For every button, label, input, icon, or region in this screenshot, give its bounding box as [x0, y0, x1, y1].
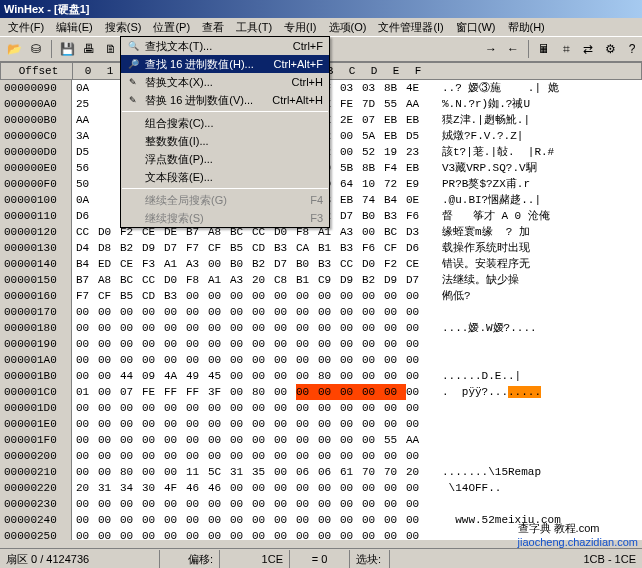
hex-row[interactable]: 000002100000800000115C313500060661707020… [0, 464, 642, 480]
menu-item[interactable]: 选项(O) [323, 19, 373, 36]
hex-bytes[interactable]: 203134304F4646000000000000000000 [72, 480, 432, 496]
hex-row[interactable]: 00000140B4EDCEF3A1A300B0B2D7B0B3CCD0F2CE… [0, 256, 642, 272]
ascii-cell[interactable]: %.N.?r)銣.?祴U [432, 96, 642, 112]
hex-bytes[interactable]: 00000000000000000000000000000000 [72, 496, 432, 512]
hex-row[interactable]: 0000023000000000000000000000000000000000 [0, 496, 642, 512]
ascii-cell[interactable]: .@u.BI?悃赭趍..| [432, 192, 642, 208]
hex-col-C[interactable]: C [341, 63, 363, 79]
print-icon[interactable]: 🖶 [79, 39, 99, 59]
calc-icon[interactable]: 🖩 [534, 39, 554, 59]
ascii-cell[interactable]: .......\15Remap [432, 464, 642, 480]
hex-bytes[interactable]: F7CFB5CDB30000000000000000000000 [72, 288, 432, 304]
ascii-cell[interactable]: ..? 嫒③葹 .| 姽 [432, 80, 642, 96]
menu-item[interactable]: ✎替换 16 进制数值(V)...Ctrl+Alt+H [121, 91, 329, 109]
hex-col-0[interactable]: 0 [77, 63, 99, 79]
ascii-cell[interactable]: ....嫒.W嫒?.... [432, 320, 642, 336]
menu-item[interactable]: 位置(P) [147, 19, 196, 36]
options-icon[interactable]: ⚙ [600, 39, 620, 59]
hex-row[interactable]: 00000220203134304F4646000000000000000000… [0, 480, 642, 496]
menu-item[interactable]: 浮点数值(P)... [121, 150, 329, 168]
ascii-cell[interactable]: 法继续。缺少操 [432, 272, 642, 288]
hex-bytes[interactable]: 000000000000000000000000000055AA [72, 432, 432, 448]
back-icon[interactable]: ← [503, 39, 523, 59]
ascii-cell[interactable]: 督 筝才 A 0 沧俺 [432, 208, 642, 224]
menu-item[interactable]: 工具(T) [230, 19, 278, 36]
hex-bytes[interactable]: 010007FEFFFF3F008000000000000000 [72, 384, 432, 400]
hex-bytes[interactable]: 0000800000115C313500060661707020 [72, 464, 432, 480]
hex-col-1[interactable]: 1 [99, 63, 121, 79]
ascii-cell[interactable]: V3藏VRP.SQ?.V駉 [432, 160, 642, 176]
hex-bytes[interactable]: 00000000000000000000000000000000 [72, 304, 432, 320]
hex-col-E[interactable]: E [385, 63, 407, 79]
hex-bytes[interactable]: 00000000000000000000000000000000 [72, 400, 432, 416]
hex-bytes[interactable]: 000044094A4945000000008000000000 [72, 368, 432, 384]
save-icon[interactable]: 💾 [57, 39, 77, 59]
menu-item[interactable]: 窗口(W) [450, 19, 502, 36]
ascii-cell[interactable] [432, 352, 642, 368]
ascii-cell[interactable]: 缘蛭寰m缘 ? 加 [432, 224, 642, 240]
hex-row[interactable]: 000001E000000000000000000000000000000000 [0, 416, 642, 432]
hex-bytes[interactable]: B7A8BCCCD0F8A1A320C8B1C9D9B2D9D7 [72, 272, 432, 288]
hex-row[interactable]: 000001F0000000000000000000000000000055AA [0, 432, 642, 448]
ascii-cell[interactable]: 該t?|荖.|敧. |R.# [432, 144, 642, 160]
menu-item[interactable]: 编辑(E) [50, 19, 99, 36]
hex-col-D[interactable]: D [363, 63, 385, 79]
ascii-cell[interactable] [432, 336, 642, 352]
ascii-cell[interactable] [432, 416, 642, 432]
hex-row[interactable]: 0000020000000000000000000000000000000000 [0, 448, 642, 464]
menu-item[interactable]: 帮助(H) [502, 19, 551, 36]
ascii-cell[interactable]: 鸺低? [432, 288, 642, 304]
hex-row[interactable]: 000001D000000000000000000000000000000000 [0, 400, 642, 416]
menu-item[interactable]: ✎替换文本(X)...Ctrl+H [121, 73, 329, 91]
menu-item[interactable]: 文本段落(E)... [121, 168, 329, 186]
ascii-cell[interactable]: 载操作系统时出现 [432, 240, 642, 256]
hex-bytes[interactable]: 00000000000000000000000000000000 [72, 448, 432, 464]
hex-bytes[interactable]: 00000000000000000000000000000000 [72, 416, 432, 432]
menu-bar[interactable]: 文件(F)编辑(E)搜索(S)位置(P)查看工具(T)专用(I)选项(O)文件管… [0, 18, 642, 36]
hex-row[interactable]: 000001B0000044094A4945000000008000000000… [0, 368, 642, 384]
menu-item[interactable]: 文件管理器(I) [372, 19, 449, 36]
hex-row[interactable]: 000001A000000000000000000000000000000000 [0, 352, 642, 368]
open-disk-icon[interactable]: ⛁ [26, 39, 46, 59]
hex-row[interactable]: 000001C0010007FEFFFF3F008000000000000000… [0, 384, 642, 400]
menu-item[interactable]: 组合搜索(C)... [121, 114, 329, 132]
hexdec-icon[interactable]: ⇄ [578, 39, 598, 59]
template-icon[interactable]: ⌗ [556, 39, 576, 59]
open-file-icon[interactable]: 📂 [4, 39, 24, 59]
menu-item[interactable]: 专用(I) [278, 19, 322, 36]
menu-item[interactable]: 🔎查找 16 进制数值(H)...Ctrl+Alt+F [121, 55, 329, 73]
hex-bytes[interactable]: 00000000000000000000000000000000 [72, 320, 432, 336]
hex-row[interactable]: 0000017000000000000000000000000000000000 [0, 304, 642, 320]
hex-row[interactable]: 00000160F7CFB5CDB30000000000000000000000… [0, 288, 642, 304]
ascii-cell[interactable] [432, 304, 642, 320]
goto-icon[interactable]: → [481, 39, 501, 59]
ascii-cell[interactable]: 娀燉?F.V.?.Z| [432, 128, 642, 144]
ascii-cell[interactable]: \14OFF.. [432, 480, 642, 496]
ascii-cell[interactable] [432, 400, 642, 416]
hex-row[interactable]: 00000130D4D8B2D9D7F7CFB5CDB3CAB1B3F6CFD6… [0, 240, 642, 256]
hex-bytes[interactable]: 00000000000000000000000000000000 [72, 352, 432, 368]
ascii-cell[interactable]: PR?B獒$?ZX甫.r [432, 176, 642, 192]
menu-item[interactable]: 查看 [196, 19, 230, 36]
ascii-cell[interactable]: . pÿÿ?........ [432, 384, 642, 400]
menu-item[interactable]: 文件(F) [2, 19, 50, 36]
properties-icon[interactable]: 🗎 [101, 39, 121, 59]
hex-row[interactable]: 0000019000000000000000000000000000000000 [0, 336, 642, 352]
help-icon[interactable]: ? [622, 39, 642, 59]
hex-col-F[interactable]: F [407, 63, 429, 79]
ascii-cell[interactable] [432, 448, 642, 464]
ascii-cell[interactable] [432, 496, 642, 512]
hex-bytes[interactable]: 00000000000000000000000000000000 [72, 512, 432, 528]
ascii-cell[interactable] [432, 432, 642, 448]
hex-bytes[interactable]: 00000000000000000000000000000000 [72, 336, 432, 352]
menu-item[interactable]: 整数数值(I)... [121, 132, 329, 150]
ascii-cell[interactable]: ......D.E..| [432, 368, 642, 384]
menu-item[interactable]: 🔍查找文本(T)...Ctrl+F [121, 37, 329, 55]
search-menu[interactable]: 🔍查找文本(T)...Ctrl+F🔎查找 16 进制数值(H)...Ctrl+A… [120, 36, 330, 228]
col-offset[interactable]: Offset [1, 63, 73, 79]
hex-bytes[interactable]: 00000000000000000000000000000000 [72, 528, 432, 540]
hex-row[interactable]: 0000018000000000000000000000000000000000… [0, 320, 642, 336]
ascii-cell[interactable]: 错误。安装程序无 [432, 256, 642, 272]
hex-bytes[interactable]: D4D8B2D9D7F7CFB5CDB3CAB1B3F6CFD6 [72, 240, 432, 256]
ascii-cell[interactable]: 獏Z津.|趔畅魤.| [432, 112, 642, 128]
